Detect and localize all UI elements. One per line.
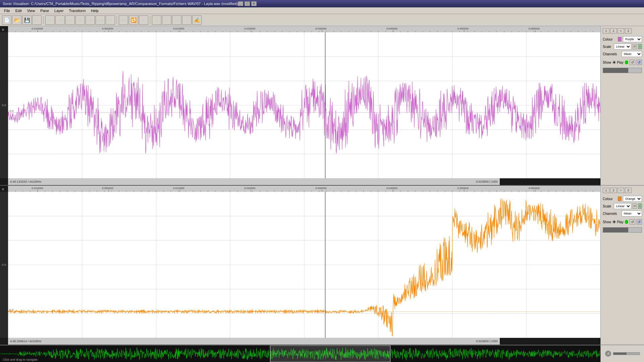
channel1-btn3[interactable]: ≈ [618,28,624,34]
menu-help[interactable]: Help [88,8,101,13]
channel2-volume-slider[interactable] [603,227,642,233]
channel2-scale-select[interactable]: Linear dB Log [614,203,631,209]
channel1-cursor [325,32,325,178]
right-panel: 1 2 ≈ 3 Colour Purple Orange Green Blue … [600,26,644,362]
channel1-show-label: Show [603,61,611,64]
channel2-ruler-canvas [8,186,600,192]
channel1-panel: ✕ 0.0 4:46:133333 / 44100Hz 0:023809 | 1… [0,26,600,186]
toolbar-btn-14[interactable]: 🔁 [129,15,138,25]
menu-pane[interactable]: Pane [38,8,52,13]
toolbar-btn-11[interactable]: ⏭ [106,15,115,25]
titlebar: Sonic Visualiser: C:/Users/CTA_Portable/… [0,0,644,7]
channel1-btn2[interactable]: 2 [610,28,617,34]
menu-transform[interactable]: Transform [66,8,89,13]
channel1-canvas-area[interactable] [8,32,600,178]
channel1-status: 4:46:133333 / 44100Hz 0:023809 | 1050 [8,178,500,185]
channel2-ruler [8,186,600,192]
overview-strip[interactable]: Click and drag to navigate [0,345,600,362]
channel1-scale-select[interactable]: Linear dB Log [614,44,631,50]
channel1-refresh-btn2[interactable]: ↺ [637,60,642,65]
toolbar-btn-3[interactable]: ↩ [32,15,42,25]
channel1-colour-label: Colour [603,38,616,41]
toolbar-btn-8[interactable]: ⏸ [75,15,85,25]
progress-bar [613,352,640,355]
channel1-ruler [8,26,600,32]
channel1-colour-swatch [618,37,622,42]
channel2-channels-select[interactable]: Mean Left Right Stereo [622,210,642,217]
channel2-refresh-btn[interactable]: ↺ [630,219,635,225]
channel2-refresh-btn2[interactable]: ↺ [637,219,642,225]
channel1-colour-select[interactable]: Purple Orange Green Blue Red [623,36,642,42]
channel1-zero-label: 0.0 [2,104,6,107]
menu-layer[interactable]: Layer [52,8,66,13]
toolbar-btn-5[interactable]: ⏮ [45,15,55,25]
channel1-play-indicator [625,60,629,64]
toolbar-btn-18[interactable]: ↘ [162,15,171,25]
channel1-status-left: 4:46:133333 / 44100Hz [10,180,42,183]
toolbar-divider-16 [150,16,150,24]
channel1-volume-slider[interactable] [603,68,642,73]
channel1-ruler-canvas [8,26,600,32]
channel1-show-row: Show Play ↺ ↺ [603,60,642,65]
overview-waveform [0,346,600,362]
channel1-close[interactable]: ✕ [1,27,5,32]
titlebar-title: Sonic Visualiser: C:/Users/CTA_Portable/… [3,2,238,6]
channel2-btn2[interactable]: 2 [610,188,617,193]
channel2-scale-refresh[interactable]: ↺ [633,203,637,209]
menu-view[interactable]: View [24,8,38,13]
menu-edit[interactable]: Edit [13,8,24,13]
channel2-left-axis: 0.0 [0,192,8,338]
channel1-scale-label: Scale [603,45,612,49]
channel1-channels-select[interactable]: Mean Left Right Stereo [622,51,642,57]
channel2-btn4[interactable]: 3 [625,188,632,193]
channel2-colour-select[interactable]: Orange Purple Green Blue Red [623,196,642,202]
toolbar-btn-7[interactable]: ▶ [65,15,75,25]
channel1-scale-info[interactable]: i [638,44,642,49]
channel1-controls: 1 2 ≈ 3 Colour Purple Orange Green Blue … [601,26,644,186]
channel2-scale-info[interactable]: i [638,203,642,209]
channel2-btn1[interactable]: 1 [603,188,609,193]
toolbar-btn-21[interactable]: ✍ [192,15,202,25]
channel2-status: 4:46:169614 / 44100Hz 0:023809 | 1050 [8,338,500,345]
channel2-close[interactable]: ✕ [1,187,5,192]
channel2-btn3[interactable]: ≈ [618,188,624,193]
channel2-play-indicator [625,220,629,224]
channel2-show-radio[interactable] [612,220,615,224]
channel1-waveform [8,32,600,178]
maximize-button[interactable]: □ [245,1,250,6]
channel2-colour-label: Colour [603,197,616,201]
toolbar-btn-9[interactable]: ⏹ [86,15,95,25]
channel1-play-label: Play [617,61,623,64]
channel1-refresh-btn[interactable]: ↺ [630,60,635,65]
toolbar-btn-15[interactable]: ≈ [139,15,148,25]
toolbar-divider-4 [43,16,44,24]
minimize-button[interactable]: _ [238,1,243,6]
toolbar-btn-2[interactable]: 💾 [22,15,32,25]
channel1-left-axis: 0.0 [0,32,8,178]
toolbar-btn-13[interactable]: ⏺ [119,15,128,25]
toolbar-btn-1[interactable]: 📂 [12,15,21,25]
channel1-show-radio[interactable] [612,61,615,64]
channel1-top-row: 1 2 ≈ 3 [603,28,642,34]
menu-file[interactable]: File [1,8,13,13]
channel2-channels-label: Channels [603,212,620,216]
toolbar-btn-20[interactable]: ✗ [182,15,192,25]
channel2-panel: ✕ 0.0 4:46:169614 / 44100Hz 0:023809 | 1… [0,186,600,345]
toolbar-btn-19[interactable]: ✎ [172,15,181,25]
channel2-canvas-area[interactable] [8,192,600,338]
channel1-btn4[interactable]: 3 [625,28,632,34]
channel2-colour-swatch [618,196,622,201]
close-button[interactable]: ✕ [251,1,257,6]
channel1-btn1[interactable]: 1 [603,28,609,34]
channel2-colour-row: Colour Orange Purple Green Blue Red [603,196,642,202]
channel1-status-right: 0:023809 | 1050 [476,180,498,183]
channel2-scale-label: Scale [603,204,612,208]
waveform-area: ✕ 0.0 4:46:133333 / 44100Hz 0:023809 | 1… [0,26,600,362]
toolbar-btn-0[interactable]: 📄 [2,15,11,25]
channel2-show-label: Show [603,220,611,224]
channel1-scale-refresh[interactable]: ↺ [633,44,637,49]
toolbar-btn-6[interactable]: ◀ [55,15,65,25]
channel1-volume-area [603,68,642,73]
toolbar-btn-17[interactable]: ↗ [152,15,161,25]
toolbar-btn-10[interactable]: ▶▶ [96,15,105,25]
